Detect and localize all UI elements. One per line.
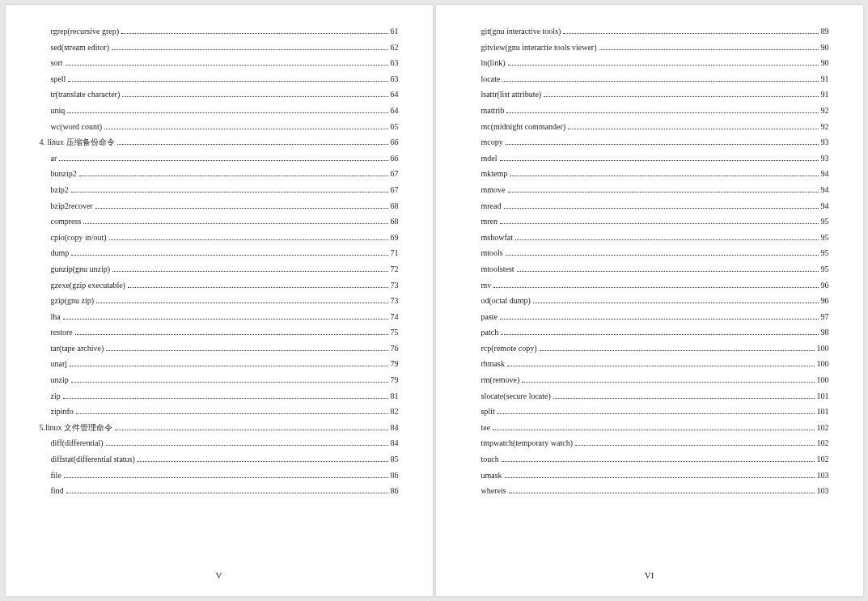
toc-entry-page: 93 [821, 138, 829, 146]
toc-entry-title: tar(tape archive) [51, 345, 104, 353]
toc-entry-title: spell [51, 75, 66, 83]
toc-entry-page: 74 [391, 313, 399, 321]
toc-leader-dots [121, 33, 388, 34]
toc-entry-title: diff(differential) [51, 439, 104, 447]
page-number-left: V [40, 565, 399, 580]
toc-entry-page: 84 [391, 424, 399, 432]
toc-entry: restore75 [40, 328, 399, 336]
toc-entry-title: gunzip(gnu unzip) [51, 265, 111, 273]
toc-entry-title: patch [481, 328, 499, 336]
toc-entry: zip81 [40, 392, 399, 400]
toc-entry-page: 68 [391, 202, 399, 210]
toc-entry-page: 84 [391, 439, 399, 447]
toc-leader-dots [115, 430, 387, 430]
toc-entry: spell63 [40, 75, 399, 83]
toc-leader-dots [76, 413, 388, 414]
toc-entry: unzip79 [40, 376, 399, 384]
toc-leader-dots [79, 176, 388, 176]
toc-entry-page: 94 [821, 186, 829, 194]
toc-entry-title: zipinfo [51, 408, 74, 416]
toc-leader-dots [96, 303, 387, 303]
toc-entry-page: 95 [821, 234, 829, 242]
toc-entry: touch102 [470, 455, 829, 463]
toc-entry-page: 102 [817, 439, 829, 447]
toc-entry-title: lha [51, 313, 61, 321]
toc-leader-dots [501, 334, 818, 335]
toc-entry-page: 103 [817, 487, 829, 495]
toc-leader-dots [568, 129, 818, 129]
toc-entry: mmove94 [470, 186, 829, 194]
toc-entry-title: mv [481, 281, 492, 290]
toc-entry: slocate(secure locate)101 [470, 392, 829, 400]
toc-entry-title: sort [51, 59, 63, 67]
toc-leader-dots [599, 49, 819, 50]
toc-entry-page: 82 [391, 408, 399, 416]
toc-entry-title: compress [51, 218, 82, 226]
toc-entry-page: 95 [821, 249, 829, 257]
toc-entry-title: mtoolstest [481, 265, 514, 273]
toc-entry-title: zip [51, 392, 61, 400]
toc-leader-dots [502, 461, 815, 462]
toc-leader-dots [63, 398, 388, 399]
toc-entry-page: 64 [391, 107, 399, 115]
toc-leader-dots [575, 445, 814, 446]
toc-leader-dots [66, 65, 388, 66]
toc-entry-page: 95 [821, 218, 829, 226]
toc-entry-title: gzexe(gzip executable) [51, 281, 125, 290]
toc-entry-page: 100 [817, 376, 829, 384]
toc-entry: unarj79 [40, 360, 399, 368]
toc-entry-page: 76 [391, 345, 399, 353]
toc-entry-page: 63 [391, 59, 399, 67]
toc-entry-page: 95 [821, 265, 829, 273]
toc-entry: mread94 [470, 202, 829, 210]
toc-entry-page: 98 [821, 328, 829, 336]
toc-entry-title: mcopy [481, 138, 503, 146]
toc-entry: whereis103 [470, 487, 829, 495]
toc-entry: gzip(gnu zip)73 [40, 297, 399, 305]
toc-leader-dots [63, 319, 388, 320]
toc-leader-dots [75, 334, 388, 335]
toc-entry-page: 97 [821, 313, 829, 321]
toc-entry-title: rhmask [481, 360, 505, 368]
toc-entry-title: mread [481, 202, 502, 210]
page-number-right: VI [470, 565, 829, 580]
toc-entry: gzexe(gzip executable)73 [40, 281, 399, 290]
toc-entry-page: 90 [821, 44, 829, 52]
toc-entry-page: 65 [391, 123, 399, 131]
toc-entry: gitview(gnu interactie tools viewer)90 [470, 44, 829, 52]
toc-entry: paste97 [470, 313, 829, 321]
toc-entry-page: 64 [391, 91, 399, 99]
toc-entry-page: 100 [817, 345, 829, 353]
toc-entry-title: mshowfat [481, 234, 513, 242]
toc-leader-dots [106, 445, 388, 446]
toc-entry-title: paste [481, 313, 498, 321]
toc-leader-dots [70, 366, 387, 366]
toc-entry: split101 [470, 408, 829, 416]
toc-leader-dots [71, 255, 387, 256]
toc-right: git(gnu interactive tools)89gitview(gnu … [470, 28, 829, 565]
toc-entry-title: bzip2recover [51, 202, 93, 210]
toc-leader-dots [517, 271, 819, 272]
toc-entry-page: 86 [391, 487, 399, 495]
toc-entry: rcp(remote copy)100 [470, 345, 829, 353]
toc-entry-page: 90 [821, 59, 829, 67]
toc-leader-dots [505, 477, 815, 478]
toc-entry-page: 81 [391, 392, 399, 400]
toc-leader-dots [500, 319, 818, 320]
toc-entry-title: ar [51, 154, 57, 163]
toc-entry-title: dump [51, 249, 70, 257]
toc-leader-dots [104, 129, 387, 129]
toc-entry-title: mc(midnight commander) [481, 123, 566, 131]
toc-entry-title: rgrep(recursive grep) [51, 28, 120, 36]
toc-entry: ar66 [40, 154, 399, 163]
toc-entry-title: gzip(gnu zip) [51, 297, 95, 305]
toc-leader-dots [138, 461, 388, 462]
toc-entry-page: 73 [391, 281, 399, 290]
toc-entry-page: 86 [391, 472, 399, 480]
toc-leader-dots [500, 160, 819, 161]
toc-entry-page: 100 [817, 360, 829, 368]
toc-entry-title: tr(translate character) [51, 91, 121, 99]
toc-leader-dots [109, 239, 388, 240]
toc-leader-dots [500, 223, 818, 224]
toc-entry-title: restore [51, 328, 73, 336]
